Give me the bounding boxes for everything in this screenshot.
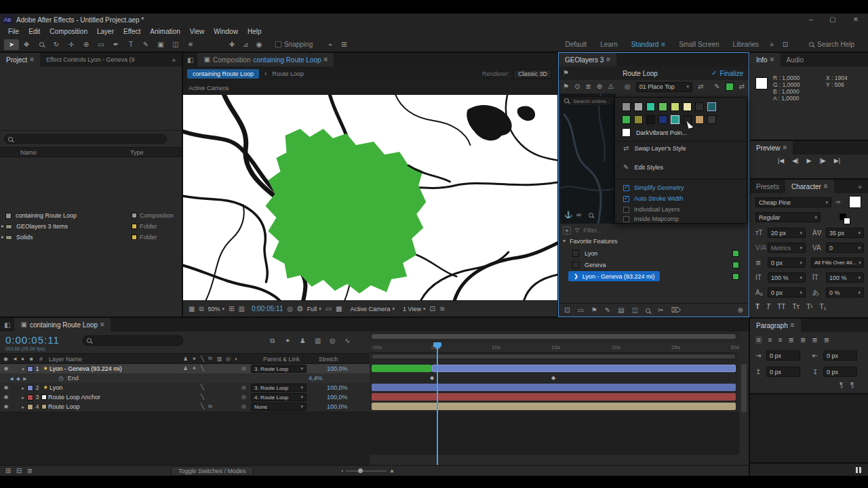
search-features-icon[interactable] [646, 306, 650, 314]
keyframe-nav-prev-icon[interactable]: ◀ [8, 376, 15, 381]
keyframe-nav-next-icon[interactable]: ▶ [22, 376, 28, 381]
eyedropper-icon[interactable]: ✑ [835, 199, 841, 206]
expand-chevron-icon[interactable]: ▸ [1, 235, 4, 240]
always-preview-icon[interactable]: ▦ [189, 306, 195, 312]
toggle-switches-modes-button[interactable]: Toggle Switches / Modes [171, 466, 254, 476]
justify-last-center-icon[interactable]: ≣ [800, 336, 806, 344]
play-icon[interactable]: ▶ [807, 157, 812, 164]
link-icon[interactable]: ∞ [576, 211, 581, 218]
resolution-dropdown[interactable]: Full▾ [307, 306, 321, 312]
baseline-shift-dropdown[interactable]: 0 px▾ [768, 287, 806, 298]
pencil-icon[interactable]: ✎ [605, 307, 610, 314]
kerning-dropdown[interactable]: 35 px▾ [826, 228, 864, 238]
feature-color-chip[interactable] [732, 273, 739, 280]
search-help[interactable]: Search Help [809, 41, 854, 48]
work-area-bar[interactable] [372, 354, 736, 359]
swap-style-item[interactable]: ⇄ Swap Layer's Style [623, 145, 686, 152]
menu-view[interactable]: View [186, 28, 209, 35]
tab-overflow-icon[interactable]: » [852, 180, 868, 193]
stretch-value[interactable]: 100,0% [327, 384, 348, 391]
property-name[interactable]: End [68, 375, 79, 382]
layer-row-3[interactable]: ◉ ▸ 3 Route Loop Anchor ╲ ◎ 4. Route Loo… [0, 392, 370, 402]
style-edit-icon[interactable]: ✎ [714, 83, 719, 90]
type-tool-icon[interactable]: T [123, 41, 138, 48]
panel-menu-icon[interactable]: ≡ [791, 322, 795, 329]
motion-blur-icon[interactable]: ◎ [330, 338, 336, 344]
justify-last-left-icon[interactable]: ≣ [789, 336, 794, 344]
hand-tool-icon[interactable]: ✥ [19, 41, 34, 48]
auto-stroke-width-checkbox[interactable]: Auto Stroke Width [623, 195, 684, 202]
anchor-icon[interactable]: ⚓ [564, 211, 572, 218]
favorite-row-geneva[interactable]: Geneva [559, 259, 749, 270]
quality-icon[interactable]: ╲ [201, 385, 204, 390]
zoom-dropdown[interactable]: 50%▾ [208, 306, 225, 312]
tsume-dropdown[interactable]: 0 %▾ [826, 287, 864, 298]
layer-name-column-header[interactable]: Layer Name [49, 356, 82, 363]
fill-mode-dropdown[interactable]: All Fills Over All...▾ [811, 258, 864, 268]
timeline-vertical-scrollbar[interactable] [741, 364, 747, 413]
renderer-value[interactable]: Classic 3D [513, 69, 552, 79]
workspace-default[interactable]: Default [558, 41, 593, 48]
swatch[interactable] [646, 102, 655, 111]
expand-arrow-icon[interactable]: ▾ [19, 367, 27, 371]
pickwhip-icon[interactable]: ◎ [241, 404, 246, 409]
zoom-out-timeline-icon[interactable]: ▪ [342, 468, 343, 473]
current-time-display[interactable]: 0:00:05:11 [5, 334, 60, 346]
tab-effect-controls[interactable]: Effect Controls Lyon - Geneva (9 [40, 53, 141, 66]
menu-help[interactable]: Help [243, 28, 266, 35]
text-direction-ltr-icon[interactable]: ¶ [840, 382, 843, 389]
timeline-search-input[interactable] [83, 336, 183, 346]
workspace-small-screen[interactable]: Small Screen [672, 41, 726, 48]
layer-color-chip[interactable] [27, 366, 33, 372]
space-after-field[interactable]: 0 px [823, 367, 857, 377]
label-color-chip[interactable] [132, 224, 137, 229]
roi-icon[interactable]: ▭ [326, 306, 332, 312]
breadcrumb-comp[interactable]: containing Route Loop [187, 69, 259, 79]
geo-comp-name[interactable]: Route Loop [569, 70, 711, 77]
place-target-icon[interactable]: ◎ [625, 83, 631, 90]
font-style-dropdown[interactable]: Regular▾ [755, 212, 821, 222]
view-axis-mode-icon[interactable]: ◉ [252, 41, 266, 48]
tab-geolayers[interactable]: GEOlayers 3≡ [559, 53, 616, 66]
tab-presets[interactable]: Presets [750, 180, 785, 193]
view-label[interactable]: Active Camera [189, 85, 229, 92]
stroke-width-dropdown[interactable]: 0 px▾ [768, 258, 806, 268]
pin-comp-icon[interactable]: ⚑ [563, 70, 569, 77]
time-navigator[interactable] [372, 334, 736, 339]
magnification-icon[interactable]: ⧉ [199, 306, 203, 312]
keyframe-icon[interactable]: ◆ [551, 375, 555, 381]
zoom-in-timeline-icon[interactable]: ▲ [389, 468, 395, 474]
snap-option-1-icon[interactable]: ⌁ [323, 41, 337, 48]
pixel-aspect-icon[interactable]: ⊡ [429, 306, 435, 312]
tab-overflow-icon[interactable]: » [165, 53, 182, 66]
align-left-icon[interactable]: ≡ [755, 336, 762, 344]
style-swap-icon[interactable]: ⇄ [739, 83, 745, 90]
small-caps-icon[interactable]: Tᴛ [792, 303, 800, 310]
first-frame-icon[interactable]: |◀ [778, 157, 784, 164]
stretch-value[interactable]: 100,0% [327, 394, 348, 401]
panel-menu-icon[interactable]: ≡ [770, 56, 774, 63]
snapshot-icon[interactable]: ◎ [288, 306, 294, 312]
edit-styles-item[interactable]: ✎ Edit Styles [623, 164, 663, 171]
keyframe-icon[interactable]: ◆ [430, 375, 434, 381]
layer-row-2[interactable]: ◉ ▸ 2 ★ Lyon ╲ ◎ 3. Route Loop▾ 100,0% [0, 383, 370, 392]
geo-search-input[interactable] [561, 96, 614, 106]
tab-timeline-comp[interactable]: ▣ containing Route Loop ≡ [14, 318, 110, 331]
layer-name[interactable]: Lyon [50, 384, 62, 391]
swatch[interactable] [658, 102, 667, 111]
workspace-standard[interactable]: Standard≡ [625, 41, 672, 48]
layer3-bar[interactable] [372, 393, 736, 401]
project-row-comp[interactable]: containing Route Loop Composition [0, 211, 182, 220]
swatch[interactable] [695, 102, 704, 111]
subscript-icon[interactable]: T₁ [820, 303, 826, 310]
layer1-bar[interactable] [432, 365, 736, 372]
column-name[interactable]: Name [20, 149, 37, 156]
tab-composition[interactable]: ▣ Composition containing Route Loop ≡ [197, 53, 334, 66]
layer-color-chip[interactable] [27, 404, 33, 410]
expand-chevron-icon[interactable]: ▸ [1, 224, 4, 229]
pin-icon[interactable]: ⚑ [563, 83, 569, 90]
menu-window[interactable]: Window [210, 28, 242, 35]
zoom-slider-handle[interactable] [358, 468, 363, 473]
layer4-bar[interactable] [372, 403, 736, 410]
tab-preview[interactable]: Preview≡ [750, 141, 793, 155]
